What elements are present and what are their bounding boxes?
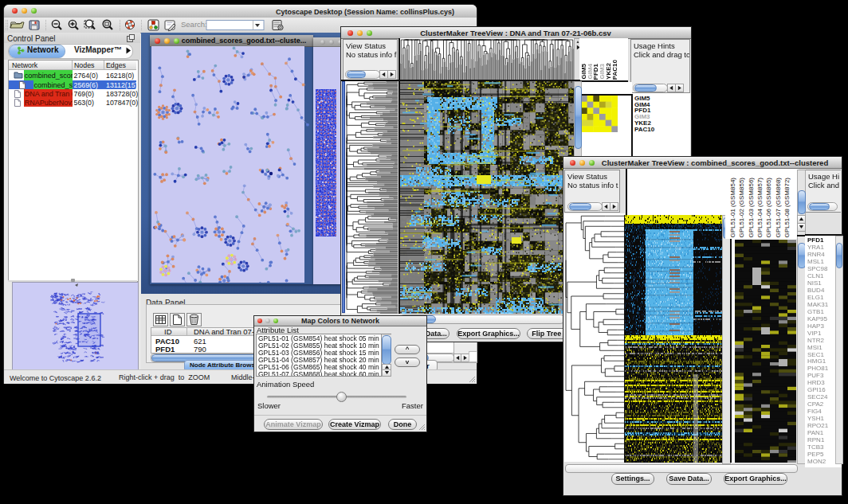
svg-text:Search:: Search: — [181, 20, 207, 29]
